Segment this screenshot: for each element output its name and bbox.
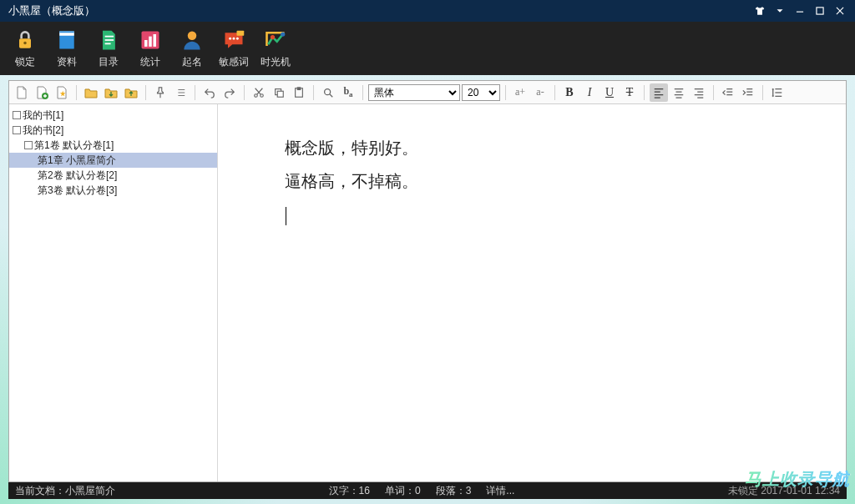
tool-label: 时光机 (261, 55, 291, 69)
svg-rect-13 (144, 40, 148, 47)
dropdown-icon[interactable] (770, 3, 790, 19)
svg-rect-9 (105, 35, 114, 37)
close-button[interactable] (830, 3, 850, 19)
status-detail[interactable]: 详情... (486, 484, 514, 498)
tool-stats[interactable]: 统计 (130, 28, 170, 69)
italic-button[interactable]: I (580, 83, 599, 102)
font-size-select[interactable]: 20 (462, 84, 500, 101)
app-title: 小黑屋（概念版） (8, 3, 750, 18)
tool-label: 目录 (99, 55, 119, 69)
replace-button[interactable]: ba (339, 83, 357, 102)
svg-point-31 (255, 93, 258, 97)
lock-icon (13, 28, 37, 52)
separator (554, 85, 555, 100)
pin-button[interactable] (151, 83, 169, 102)
svg-point-21 (271, 34, 275, 38)
svg-point-18 (233, 37, 235, 39)
tool-materials[interactable]: 资料 (47, 28, 87, 69)
tree-chapter-1[interactable]: 第1章 小黑屋简介 (9, 153, 217, 168)
increase-font-button[interactable]: a+ (511, 83, 529, 102)
tool-label: 起名 (182, 55, 202, 69)
separator (244, 85, 245, 100)
svg-point-19 (236, 37, 239, 39)
svg-point-32 (261, 93, 264, 97)
find-button[interactable] (319, 83, 337, 102)
svg-rect-11 (105, 43, 111, 44)
redo-button[interactable] (220, 83, 239, 102)
cut-button[interactable] (250, 83, 268, 102)
copy-button[interactable] (270, 83, 288, 102)
tool-catalog[interactable]: 目录 (89, 28, 129, 69)
status-paras: 段落：3 (436, 484, 472, 498)
caret-icon (286, 207, 286, 225)
svg-point-16 (188, 31, 197, 40)
tree-book-2[interactable]: 我的书[2] (9, 123, 217, 138)
separator (505, 85, 506, 100)
svg-rect-14 (149, 36, 152, 46)
tool-label: 统计 (140, 55, 160, 69)
tree-volume-1[interactable]: 第1卷 默认分卷[1] (9, 138, 217, 153)
tool-sensitive[interactable]: 敏感词 (214, 28, 254, 69)
svg-rect-1 (817, 8, 823, 14)
strike-button[interactable]: T (620, 83, 639, 102)
tree-book-1[interactable]: 我的书[1] (9, 108, 217, 123)
svg-point-5 (23, 41, 27, 44)
new-doc-plus-button[interactable] (33, 83, 51, 102)
page-icon (97, 28, 120, 52)
tool-naming[interactable]: 起名 (172, 28, 212, 69)
maximize-button[interactable] (810, 3, 830, 19)
separator (762, 85, 763, 100)
svg-rect-20 (237, 30, 245, 35)
editor-caret-line (285, 198, 812, 231)
tree-volume-2[interactable]: 第2卷 默认分卷[2] (9, 168, 217, 183)
document-tree[interactable]: 我的书[1] 我的书[2] 第1卷 默认分卷[1] 第1章 小黑屋简介 第2卷 … (9, 104, 218, 481)
list-toggle-button[interactable] (171, 83, 190, 102)
export-folder-button[interactable] (122, 83, 140, 102)
separator (713, 85, 714, 100)
editor-area[interactable]: 概念版，特别好。 逼格高，不掉稿。 (218, 104, 846, 481)
tool-label: 资料 (57, 55, 77, 69)
tool-timemachine[interactable]: 时光机 (255, 28, 296, 69)
book-icon (55, 28, 78, 52)
undo-button[interactable] (200, 83, 219, 102)
svg-rect-36 (297, 87, 301, 89)
import-folder-button[interactable] (102, 83, 120, 102)
format-toolbar: ba 黑体 20 a+ a- B I U T (9, 81, 846, 104)
svg-rect-34 (277, 91, 283, 97)
indent-button[interactable] (739, 83, 757, 102)
open-folder-button[interactable] (82, 83, 100, 102)
align-right-button[interactable] (690, 83, 708, 102)
font-family-select[interactable]: 黑体 (368, 84, 460, 101)
new-doc-button[interactable] (13, 83, 31, 102)
separator (362, 85, 363, 100)
status-savestate: 未锁定 2017-01-01 12:34 (728, 484, 840, 498)
tshirt-icon[interactable] (750, 3, 770, 19)
decrease-font-button[interactable]: a- (531, 83, 549, 102)
svg-rect-10 (105, 39, 114, 41)
separator (313, 85, 314, 100)
separator (76, 85, 77, 100)
outdent-button[interactable] (719, 83, 737, 102)
svg-line-38 (330, 93, 333, 97)
minimize-button[interactable] (790, 3, 810, 19)
tool-label: 敏感词 (219, 55, 249, 69)
line-spacing-button[interactable] (768, 83, 787, 102)
bold-button[interactable]: B (560, 83, 579, 102)
tree-volume-3[interactable]: 第3卷 默认分卷[3] (9, 183, 217, 198)
tool-lock[interactable]: 锁定 (5, 28, 45, 69)
svg-rect-15 (154, 34, 157, 47)
status-doc: 当前文档：小黑屋简介 (15, 484, 115, 498)
status-words: 单词：0 (385, 484, 421, 498)
editor-line: 概念版，特别好。 (285, 131, 812, 164)
separator (195, 85, 195, 100)
underline-button[interactable]: U (600, 83, 619, 102)
separator (644, 85, 645, 100)
status-bar: 当前文档：小黑屋简介 汉字：16 单词：0 段落：3 详情... 未锁定 201… (8, 482, 847, 499)
align-center-button[interactable] (670, 83, 688, 102)
svg-point-17 (229, 37, 231, 39)
align-left-button[interactable] (650, 83, 668, 102)
paste-button[interactable] (290, 83, 308, 102)
new-doc-star-button[interactable] (53, 83, 71, 102)
status-hanzi: 汉字：16 (329, 484, 370, 498)
titlebar: 小黑屋（概念版） (0, 0, 855, 22)
